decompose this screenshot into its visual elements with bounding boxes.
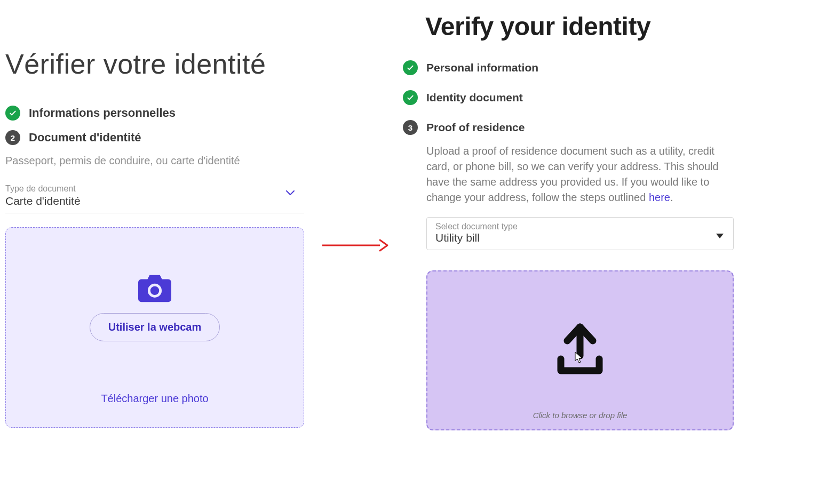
step-personal-info-fr: Informations personnelles xyxy=(5,106,304,121)
camera-icon xyxy=(138,275,171,305)
drop-hint-text: Click to browse or drop file xyxy=(533,411,628,420)
change-address-link[interactable]: here xyxy=(649,191,670,203)
use-webcam-button[interactable]: Utiliser la webcam xyxy=(90,313,220,341)
upload-dropzone-fr[interactable]: Utiliser la webcam Télécharger une photo xyxy=(5,227,304,428)
arrow-icon xyxy=(320,235,390,261)
select-value: Utility bill xyxy=(435,231,725,244)
document-type-select[interactable]: Type de document Carte d'identité xyxy=(5,181,304,213)
select-label: Select document type xyxy=(435,222,725,231)
upload-dropzone-en[interactable]: Click to browse or drop file xyxy=(426,270,734,430)
right-panel: Verify your identity Personal informatio… xyxy=(403,12,734,430)
check-icon xyxy=(403,60,418,75)
select-value: Carte d'identité xyxy=(5,195,304,207)
step-label: Personal information xyxy=(426,61,538,74)
step-label: Identity document xyxy=(426,91,523,104)
step-proof-residence-en: 3 Proof of residence xyxy=(403,120,734,135)
step-label: Document d'identité xyxy=(29,131,141,145)
left-panel: Vérifier votre identité Informations per… xyxy=(5,48,304,428)
step-identity-doc-fr: 2 Document d'identité xyxy=(5,130,304,145)
step-label: Informations personnelles xyxy=(29,106,176,120)
select-label: Type de document xyxy=(5,184,304,194)
upload-icon xyxy=(548,317,612,383)
step-description: Upload a proof of residence document suc… xyxy=(426,143,734,205)
step-subtitle: Passeport, permis de conduire, ou carte … xyxy=(5,155,304,167)
check-icon xyxy=(5,106,20,121)
page-title-en: Verify your identity xyxy=(425,12,734,41)
step-identity-doc-en: Identity document xyxy=(403,90,734,105)
description-text-end: . xyxy=(670,191,673,203)
description-text: Upload a proof of residence document suc… xyxy=(426,145,719,203)
download-photo-link[interactable]: Télécharger une photo xyxy=(101,393,208,405)
document-type-select[interactable]: Select document type Utility bill xyxy=(426,217,734,250)
caret-down-icon xyxy=(716,231,724,241)
step-personal-info-en: Personal information xyxy=(403,60,734,75)
chevron-down-icon xyxy=(286,188,295,198)
cursor-icon xyxy=(575,351,583,365)
step-number-badge: 2 xyxy=(5,130,20,145)
page-title-fr: Vérifier votre identité xyxy=(5,48,304,80)
check-icon xyxy=(403,90,418,105)
step-number-badge: 3 xyxy=(403,120,418,135)
step-label: Proof of residence xyxy=(426,121,525,134)
